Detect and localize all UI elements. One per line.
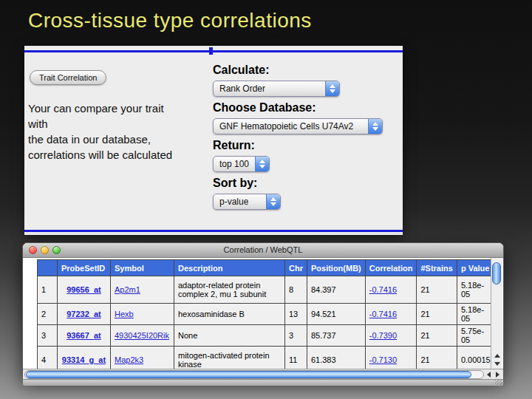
col-probesetid[interactable]: ProbeSetID: [58, 260, 111, 276]
col-pvalue[interactable]: p Value: [457, 260, 495, 276]
correlation-results-table: ProbeSetID Symbol Description Chr Positi…: [37, 259, 496, 369]
position-cell: 94.521: [307, 304, 365, 325]
strains-cell: 21: [417, 347, 457, 369]
scroll-up-icon[interactable]: [491, 352, 502, 360]
horizontal-scrollbar[interactable]: [23, 369, 503, 379]
chr-cell: 8: [285, 276, 307, 304]
database-select-value: GNF Hematopoietic Cells U74Av2: [214, 121, 353, 132]
chevron-updown-icon: [255, 157, 269, 171]
calculate-select[interactable]: Rank Order: [213, 81, 340, 97]
correlation-link[interactable]: -0.7416: [369, 310, 397, 318]
scroll-down-icon[interactable]: [491, 360, 502, 368]
chr-cell: 11: [285, 347, 307, 369]
correlation-link[interactable]: -0.7390: [369, 331, 397, 340]
sort-by-label: Sort by:: [213, 177, 398, 190]
probesetid-link[interactable]: 99656_at: [66, 285, 101, 294]
position-cell: 84.397: [307, 276, 365, 304]
correlation-link[interactable]: -0.7130: [369, 355, 397, 364]
chevron-updown-icon: [368, 119, 382, 134]
trait-correlation-button[interactable]: Trait Correlation: [30, 70, 106, 85]
strains-cell: 21: [417, 304, 457, 325]
pvalue-cell: 5.75e-05: [457, 325, 495, 347]
window-title: Correlation / WebQTL: [23, 245, 503, 254]
horizontal-scrollbar-thumb[interactable]: [26, 371, 471, 378]
pvalue-cell: 0.00015: [457, 347, 495, 369]
pvalue-cell: 5.18e-05: [457, 304, 495, 325]
window-titlebar[interactable]: Correlation / WebQTL: [23, 243, 503, 258]
symbol-link[interactable]: 4930425I20Rik: [115, 331, 169, 340]
strains-cell: 21: [417, 276, 457, 304]
chr-cell: 3: [285, 325, 307, 347]
return-label: Return:: [213, 139, 398, 152]
probesetid-link[interactable]: 93667_at: [66, 331, 101, 340]
database-select[interactable]: GNF Hematopoietic Cells U74Av2: [213, 118, 383, 134]
row-index: 3: [38, 325, 58, 347]
col-position[interactable]: Position(MB): [307, 260, 365, 276]
slide-background: Cross-tissue type correlations Trait Cor…: [0, 0, 532, 399]
description-cell: adaptor-related protein complex 2, mu 1 …: [174, 276, 285, 304]
resize-grip-icon[interactable]: [495, 380, 502, 385]
correlation-link[interactable]: -0.7416: [369, 285, 397, 294]
strains-cell: 21: [417, 325, 457, 347]
scroll-right-icon[interactable]: [494, 370, 502, 378]
col-index: [38, 260, 58, 276]
pvalue-cell: 5.18e-05: [457, 276, 495, 304]
calculate-label: Calculate:: [213, 64, 398, 77]
choose-database-label: Choose Database:: [213, 101, 398, 115]
probesetid-link[interactable]: 97232_at: [66, 310, 101, 318]
description-cell: mitogen-activated protein kinase: [174, 347, 285, 369]
row-index: 2: [38, 304, 58, 325]
slide-title: Cross-tissue type correlations: [28, 9, 312, 33]
table-row: 3 93667_at 4930425I20Rik None 3 85.737 -…: [38, 325, 496, 347]
window-content: ProbeSetID Symbol Description Chr Positi…: [23, 258, 503, 369]
calculate-select-value: Rank Order: [214, 83, 265, 94]
description-cell: None: [174, 325, 285, 347]
table-row: 4 93314_g_at Map2k3 mitogen-activated pr…: [38, 347, 496, 369]
table-header-row: ProbeSetID Symbol Description Chr Positi…: [38, 260, 496, 276]
correlation-form-panel: Trait Correlation Your can compare your …: [24, 46, 403, 235]
return-select-value: top 100: [214, 159, 249, 169]
correlation-window: Correlation / WebQTL ProbeSetID Symbol D…: [22, 242, 504, 378]
vertical-scrollbar[interactable]: [491, 258, 502, 369]
row-index: 1: [38, 276, 58, 304]
panel-rule-tick: [209, 47, 213, 55]
sort-select-value: p-value: [214, 197, 248, 207]
description-cell: hexosaminidase B: [174, 304, 285, 325]
chevron-updown-icon: [266, 194, 280, 209]
panel-top-rule: [24, 50, 403, 52]
col-strains[interactable]: #Strains: [417, 260, 457, 276]
position-cell: 85.737: [307, 325, 365, 347]
vertical-scrollbar-thumb[interactable]: [492, 262, 501, 284]
chevron-updown-icon: [325, 81, 339, 96]
symbol-link[interactable]: Hexb: [115, 310, 134, 318]
return-select[interactable]: top 100: [213, 156, 270, 172]
correlation-form: Calculate: Rank Order Choose Database: G…: [213, 64, 398, 210]
horizontal-scrollbar-track[interactable]: [24, 370, 484, 379]
col-symbol[interactable]: Symbol: [111, 260, 174, 276]
col-chr[interactable]: Chr: [285, 260, 307, 276]
col-description[interactable]: Description: [174, 260, 285, 276]
window-statusbar: [23, 379, 503, 386]
symbol-link[interactable]: Ap2m1: [115, 285, 140, 294]
table-row: 2 97232_at Hexb hexosaminidase B 13 94.5…: [38, 304, 496, 325]
table-row: 1 99656_at Ap2m1 adaptor-related protein…: [38, 276, 496, 304]
scroll-left-icon[interactable]: [485, 370, 493, 378]
chr-cell: 13: [285, 304, 307, 325]
col-correlation[interactable]: Correlation: [365, 260, 417, 276]
row-index: 4: [38, 347, 58, 369]
sort-select[interactable]: p-value: [213, 194, 281, 210]
probesetid-link[interactable]: 93314_g_at: [62, 355, 106, 364]
panel-bottom-rule: [24, 230, 403, 232]
symbol-link[interactable]: Map2k3: [115, 355, 143, 364]
panel-intro-text: Your can compare your trait with the dat…: [28, 100, 216, 163]
position-cell: 61.383: [307, 347, 365, 369]
